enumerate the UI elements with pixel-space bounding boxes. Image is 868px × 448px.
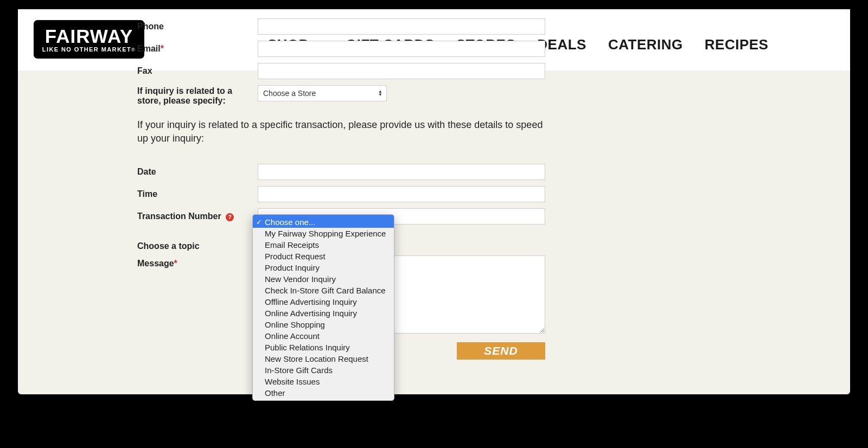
label-store: If inquiry is related to a store, please…	[137, 85, 258, 106]
topic-dropdown-panel: Choose one...My Fairway Shopping Experie…	[252, 214, 394, 401]
topic-option[interactable]: Choose one...	[253, 215, 394, 228]
label-fax: Fax	[137, 63, 258, 76]
brand-logo[interactable]: FAIRWAY LIKE NO OTHER MARKET®	[34, 20, 144, 59]
topic-option[interactable]: Email Receipts	[253, 239, 394, 251]
topic-option[interactable]: Online Account	[253, 330, 394, 342]
topic-option[interactable]: New Vendor Inquiry	[253, 273, 394, 285]
input-phone[interactable]	[258, 18, 545, 35]
nav-recipes[interactable]: RECIPES	[705, 36, 769, 53]
page-frame: FAIRWAY LIKE NO OTHER MARKET® SHOP GIFT …	[18, 9, 850, 394]
topic-option[interactable]: Offline Advertising Inquiry	[253, 296, 394, 308]
label-transaction-number: Transaction Number ?	[137, 208, 258, 221]
logo-main-text: FAIRWAY	[45, 25, 133, 47]
help-icon[interactable]: ?	[226, 213, 234, 221]
logo-sub-text: LIKE NO OTHER MARKET®	[42, 46, 136, 53]
topic-option[interactable]: Online Advertising Inquiry	[253, 308, 394, 319]
label-time: Time	[137, 186, 258, 199]
input-time[interactable]	[258, 186, 545, 202]
label-topic: Choose a topic	[137, 238, 258, 251]
topic-option[interactable]: Other	[253, 387, 394, 400]
topic-option[interactable]: Website Issues	[253, 376, 394, 387]
topic-option[interactable]: Product Request	[253, 251, 394, 262]
topic-option[interactable]: In-Store Gift Cards	[253, 364, 394, 376]
topic-option[interactable]: Online Shopping	[253, 319, 394, 330]
label-message: Message*	[137, 255, 258, 268]
contact-form: Phone Email* Fax If inquiry is related t…	[137, 9, 709, 360]
select-store-value: Choose a Store	[263, 89, 316, 98]
topic-option[interactable]: My Fairway Shopping Experience	[253, 228, 394, 239]
input-email[interactable]	[258, 41, 545, 57]
select-arrows-icon: ▲▼	[378, 90, 382, 97]
select-store[interactable]: Choose a Store ▲▼	[258, 85, 387, 101]
topic-option[interactable]: Product Inquiry	[253, 262, 394, 273]
label-phone: Phone	[137, 18, 258, 31]
topic-option[interactable]: New Store Location Request	[253, 353, 394, 364]
topic-option[interactable]: Public Relations Inquiry	[253, 342, 394, 353]
input-fax[interactable]	[258, 63, 545, 79]
label-email: Email*	[137, 41, 258, 54]
label-date: Date	[137, 164, 258, 177]
input-date[interactable]	[258, 164, 545, 180]
send-button[interactable]: SEND	[457, 342, 545, 360]
topic-option[interactable]: Check In-Store Gift Card Balance	[253, 285, 394, 296]
transaction-instruction-text: If your inquiry is related to a specific…	[137, 118, 550, 145]
